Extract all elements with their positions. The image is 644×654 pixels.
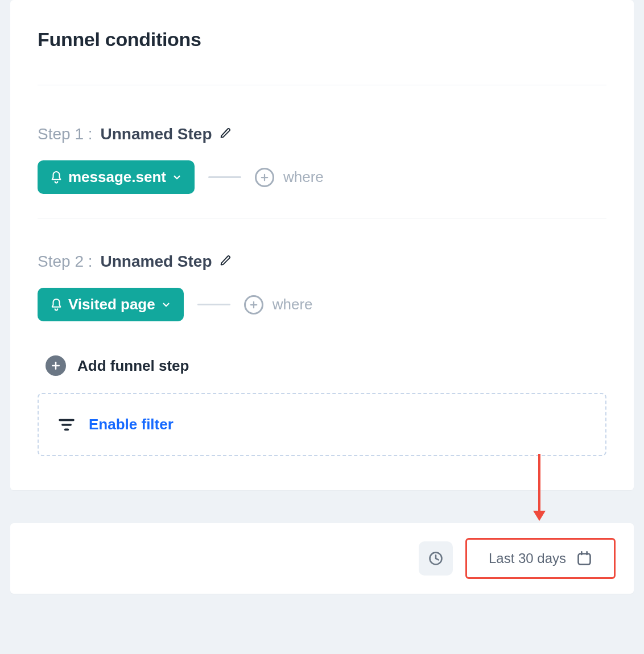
edit-step-button[interactable] bbox=[220, 127, 232, 141]
event-name: message.sent bbox=[68, 168, 166, 186]
time-mode-button[interactable] bbox=[419, 541, 453, 576]
where-label: where bbox=[283, 168, 324, 186]
arrow-line bbox=[538, 454, 540, 511]
bottom-toolbar: Last 30 days bbox=[10, 523, 634, 594]
bell-icon bbox=[50, 297, 63, 312]
where-group: where bbox=[255, 168, 324, 187]
step-index-label: Step 1 : bbox=[38, 125, 93, 143]
enable-filter-box[interactable]: Enable filter bbox=[38, 393, 606, 456]
plus-icon bbox=[50, 360, 61, 371]
svg-rect-10 bbox=[579, 554, 591, 565]
page-title: Funnel conditions bbox=[38, 28, 606, 85]
event-dropdown[interactable]: Visited page bbox=[38, 288, 184, 321]
funnel-step-2: Step 2 : Unnamed Step Visited page w bbox=[38, 253, 606, 321]
step-header: Step 2 : Unnamed Step bbox=[38, 253, 606, 271]
bell-icon bbox=[50, 170, 63, 185]
funnel-step-1: Step 1 : Unnamed Step message.sent w bbox=[38, 125, 606, 194]
step-separator bbox=[38, 218, 606, 218]
date-range-button[interactable]: Last 30 days bbox=[465, 538, 616, 579]
step-index-label: Step 2 : bbox=[38, 253, 93, 271]
connector-line bbox=[197, 304, 230, 305]
step-name-label: Unnamed Step bbox=[101, 253, 212, 271]
plus-icon bbox=[249, 300, 259, 310]
enable-filter-link[interactable]: Enable filter bbox=[89, 416, 174, 433]
funnel-conditions-card: Funnel conditions Step 1 : Unnamed Step … bbox=[10, 0, 634, 490]
clock-icon bbox=[428, 550, 444, 566]
chevron-down-icon bbox=[161, 300, 171, 310]
add-step-button[interactable] bbox=[46, 355, 66, 376]
event-dropdown[interactable]: message.sent bbox=[38, 160, 195, 194]
pencil-icon bbox=[220, 127, 232, 139]
date-range-label: Last 30 days bbox=[489, 550, 566, 566]
step-row: Visited page where bbox=[38, 288, 606, 321]
connector-line bbox=[208, 176, 241, 178]
step-name-label: Unnamed Step bbox=[101, 125, 212, 143]
edit-step-button[interactable] bbox=[220, 255, 232, 268]
add-condition-button[interactable] bbox=[255, 168, 274, 187]
where-label: where bbox=[273, 296, 313, 313]
add-funnel-step[interactable]: Add funnel step bbox=[46, 355, 606, 376]
pencil-icon bbox=[220, 255, 232, 266]
event-name: Visited page bbox=[68, 296, 155, 313]
step-row: message.sent where bbox=[38, 160, 606, 194]
annotation-arrow bbox=[538, 454, 540, 521]
add-condition-button[interactable] bbox=[244, 295, 263, 314]
arrow-head-icon bbox=[533, 511, 546, 521]
step-header: Step 1 : Unnamed Step bbox=[38, 125, 606, 143]
chevron-down-icon bbox=[172, 172, 182, 183]
calendar-icon bbox=[576, 550, 592, 566]
add-step-label: Add funnel step bbox=[77, 357, 189, 375]
where-group: where bbox=[244, 295, 313, 314]
filter-icon bbox=[58, 418, 75, 432]
plus-icon bbox=[259, 172, 270, 183]
